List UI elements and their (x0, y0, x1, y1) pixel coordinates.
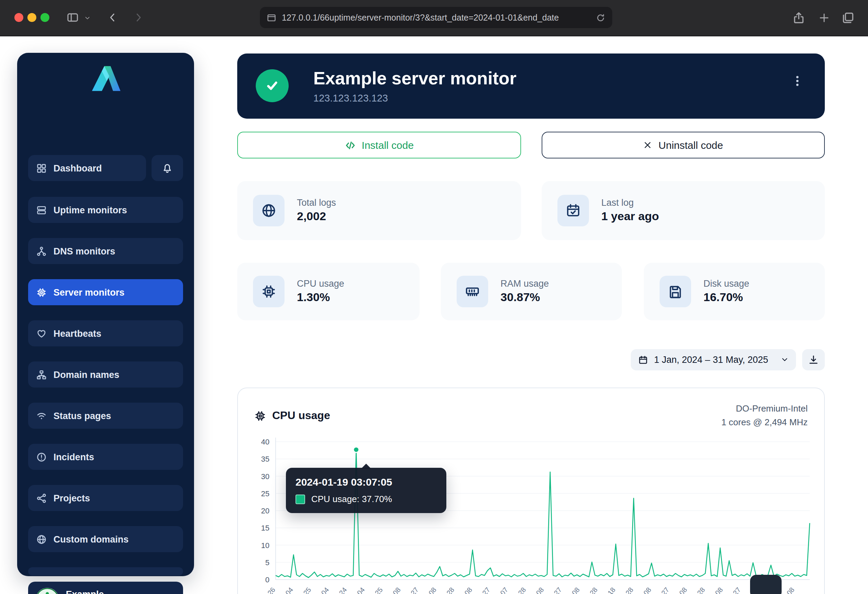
partial-nav-item (28, 567, 183, 575)
share-icon[interactable] (793, 11, 805, 25)
svg-text:24: 24 (338, 586, 348, 594)
svg-text:30: 30 (261, 472, 269, 481)
svg-text:08: 08 (678, 586, 688, 594)
sidebar-item-projects[interactable]: Projects (28, 485, 183, 511)
avatar (35, 588, 59, 594)
sidebar: Dashboard Uptime monitors DNS monitors S… (17, 53, 194, 576)
close-icon (644, 140, 652, 149)
svg-text:28: 28 (624, 586, 635, 594)
svg-text:25: 25 (261, 489, 269, 498)
svg-text:08: 08 (570, 586, 581, 594)
disk-icon (660, 276, 691, 307)
cpu-usage-card: CPU usage 1.30% (237, 263, 419, 320)
browser-chrome: 127.0.0.1/66uptime/server-monitor/3?&sta… (0, 0, 868, 36)
floating-action[interactable] (750, 575, 782, 594)
tabs-overview-icon[interactable] (842, 12, 854, 24)
stat-value: 16.70% (703, 291, 749, 304)
stat-value: 1 year ago (601, 210, 659, 224)
svg-text:0: 0 (265, 575, 269, 584)
grid-icon (36, 163, 47, 173)
disk-usage-card: Disk usage 16.70% (644, 263, 825, 320)
window-minimize-button[interactable] (27, 13, 36, 22)
monitor-header-card: Example server monitor 123.123.123.123 (237, 53, 825, 119)
svg-text:15: 15 (261, 524, 269, 532)
export-download-button[interactable] (802, 349, 825, 370)
calendar-icon (557, 195, 589, 226)
profile-name: Example (66, 589, 146, 594)
sidebar-item-uptime-monitors[interactable]: Uptime monitors (28, 197, 183, 223)
stat-label: Total logs (297, 198, 336, 208)
svg-text:10: 10 (261, 541, 269, 550)
monitor-ip: 123.123.123.123 (313, 93, 388, 103)
notifications-button[interactable] (152, 155, 183, 181)
uninstall-code-label: Uninstall code (658, 139, 723, 151)
sidebar-item-dns-monitors[interactable]: DNS monitors (28, 238, 183, 264)
svg-text:35: 35 (261, 455, 269, 463)
svg-text:04: 04 (356, 586, 366, 594)
sidebar-item-domain-names[interactable]: Domain names (28, 362, 183, 387)
sidebar-item-heartbeats[interactable]: Heartbeats (28, 320, 183, 346)
svg-text:04: 04 (284, 586, 294, 594)
sidebar-nav: Uptime monitors DNS monitors Server moni… (28, 197, 183, 552)
sidebar-item-custom-domains[interactable]: Custom domains (28, 526, 183, 552)
page-preview-icon (267, 13, 276, 22)
svg-text:5: 5 (265, 559, 269, 567)
app-logo[interactable] (17, 62, 194, 95)
svg-text:25: 25 (373, 586, 384, 594)
new-tab-icon[interactable] (819, 12, 830, 23)
stat-value: 30.87% (500, 291, 549, 304)
sitemap-icon (36, 369, 47, 380)
stat-label: Last log (601, 198, 659, 208)
svg-text:40: 40 (261, 437, 269, 446)
download-icon (808, 355, 819, 365)
cpu-usage-chart[interactable]: 0510152025303540260425042404250827082808… (238, 432, 824, 594)
svg-text:08: 08 (427, 586, 438, 594)
stat-value: 1.30% (297, 291, 344, 304)
wifi-icon (36, 411, 47, 421)
window-zoom-button[interactable] (40, 13, 49, 22)
svg-text:27: 27 (409, 586, 420, 594)
total-logs-card: Total logs 2,002 (237, 181, 521, 240)
sidebar-item-status-pages[interactable]: Status pages (28, 403, 183, 429)
chip-icon (36, 287, 47, 297)
sidebar-item-server-monitors[interactable]: Server monitors (28, 279, 183, 305)
heart-icon (36, 328, 47, 338)
date-range-picker[interactable]: 1 Jan, 2024 – 31 May, 2025 (631, 349, 796, 370)
check-icon (264, 77, 280, 94)
svg-text:08: 08 (463, 586, 474, 594)
calendar-icon (638, 355, 648, 365)
chevron-down-icon[interactable] (84, 15, 90, 21)
cpu-chart-card: CPU usage DO-Premium-Intel 1 cores @ 2,4… (237, 387, 825, 594)
globe-icon (36, 534, 47, 544)
back-icon[interactable] (107, 12, 118, 23)
chart-title: CPU usage (272, 409, 330, 422)
svg-text:28: 28 (695, 586, 706, 594)
tooltip-title: 2024-01-19 03:07:05 (295, 476, 437, 488)
last-log-card: Last log 1 year ago (542, 181, 825, 240)
install-code-button[interactable]: Install code (237, 132, 521, 158)
svg-text:18: 18 (606, 586, 617, 594)
user-profile[interactable]: Example sample@example.com (28, 582, 183, 594)
nodes-icon (36, 493, 47, 503)
page-title: Example server monitor (313, 68, 516, 89)
sidebar-item-dashboard[interactable]: Dashboard (28, 155, 146, 181)
svg-text:26: 26 (266, 586, 277, 594)
chart-tooltip: 2024-01-19 03:07:05 CPU usage: 37.70% (286, 468, 446, 513)
url-bar[interactable]: 127.0.0.1/66uptime/server-monitor/3?&sta… (260, 7, 612, 28)
more-options-button[interactable] (788, 71, 807, 90)
sidebar-item-incidents[interactable]: Incidents (28, 444, 183, 470)
svg-text:08: 08 (534, 586, 545, 594)
cpu-icon (253, 276, 285, 307)
svg-text:08: 08 (642, 586, 653, 594)
window-close-button[interactable] (15, 13, 23, 22)
uninstall-code-button[interactable]: Uninstall code (542, 132, 825, 158)
chevron-down-icon (781, 356, 788, 363)
alert-icon (36, 452, 47, 462)
url-text[interactable]: 127.0.0.1/66uptime/server-monitor/3?&sta… (282, 13, 590, 22)
svg-text:28: 28 (517, 586, 527, 594)
install-code-label: Install code (362, 139, 414, 151)
cpu-icon (254, 410, 266, 421)
reload-icon[interactable] (596, 13, 605, 22)
sidebar-toggle-icon[interactable] (66, 12, 80, 23)
svg-text:07: 07 (499, 586, 509, 594)
